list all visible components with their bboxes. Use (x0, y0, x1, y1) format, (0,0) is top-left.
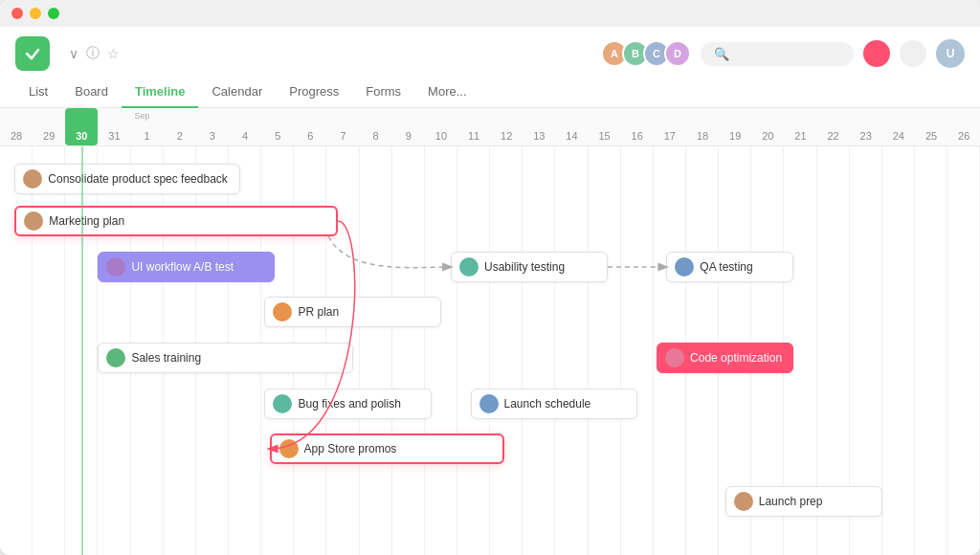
task-avatar (24, 211, 43, 231)
chevron-icon[interactable]: ∨ (69, 46, 78, 61)
search-bar[interactable]: 🔍 (701, 42, 854, 66)
date-number: 28 (11, 130, 22, 142)
date-number: 25 (925, 130, 937, 142)
date-col-28: 28 (0, 108, 33, 145)
tab-forms[interactable]: Forms (352, 77, 414, 108)
avatar-4: D (664, 40, 691, 67)
date-number: 19 (729, 130, 741, 142)
date-number: 5 (275, 130, 280, 142)
task-avatar (106, 348, 125, 367)
task-bar-sales-training[interactable]: Sales training (98, 343, 352, 373)
tab-list[interactable]: List (15, 77, 61, 108)
date-number: 12 (501, 130, 512, 142)
collaborators-avatars: A B C D (601, 40, 691, 67)
task-label: QA testing (700, 260, 752, 274)
task-label: Launch schedule (504, 397, 591, 411)
date-number: 24 (893, 130, 904, 142)
date-number: 22 (827, 130, 838, 142)
info-icon[interactable]: ⓘ (86, 45, 100, 62)
date-number: 13 (533, 130, 545, 142)
date-number: 8 (373, 130, 379, 142)
date-col-25: 25 (915, 108, 947, 145)
task-bar-launch-prep[interactable]: Launch prep (725, 486, 882, 517)
task-bar-bug-fixes[interactable]: Bug fixes and polish (264, 388, 431, 419)
date-col-19: 19 (719, 108, 751, 145)
date-col-2: 2 (164, 108, 196, 145)
search-icon: 🔍 (714, 47, 729, 61)
tab-calendar[interactable]: Calendar (198, 77, 276, 108)
task-bar-marketing-plan[interactable]: Marketing plan (14, 206, 338, 236)
help-button[interactable] (900, 40, 926, 67)
task-bar-app-store-promos[interactable]: App Store promos (270, 433, 505, 464)
date-number: 15 (598, 130, 610, 142)
date-number: 1 (145, 130, 150, 142)
tab-timeline[interactable]: Timeline (122, 77, 199, 108)
date-number: 4 (242, 130, 248, 142)
date-col-10: 10 (425, 108, 457, 145)
date-col-20: 20 (751, 108, 784, 145)
task-label: Launch prep (759, 495, 823, 508)
task-bar-code-optimization[interactable]: Code optimization (657, 343, 793, 373)
date-col-9: 9 (392, 108, 425, 145)
task-avatar (734, 492, 753, 511)
task-bar-ui-workflow[interactable]: UI workflow A/B test (98, 252, 274, 282)
date-number: 26 (958, 130, 969, 142)
date-col-12: 12 (490, 108, 523, 145)
date-col-6: 6 (294, 108, 326, 145)
date-col-13: 13 (523, 108, 555, 145)
task-avatar (106, 257, 125, 277)
timeline-area: 28293031Sep12345678910111213141516171819… (0, 108, 980, 555)
task-avatar (665, 348, 684, 367)
task-bar-launch-schedule[interactable]: Launch schedule (471, 388, 637, 419)
task-label: PR plan (298, 305, 339, 319)
task-label: App Store promos (304, 442, 397, 455)
task-label: UI workflow A/B test (131, 260, 234, 274)
app-icon (15, 36, 50, 71)
maximize-dot[interactable] (48, 8, 59, 19)
tab-board[interactable]: Board (61, 77, 122, 108)
date-number: 10 (435, 130, 447, 142)
date-number: 6 (307, 130, 313, 142)
task-avatar (273, 302, 292, 322)
minimize-dot[interactable] (30, 8, 41, 19)
task-avatar (675, 257, 694, 277)
date-number: 23 (860, 130, 872, 142)
task-bar-pr-plan[interactable]: PR plan (264, 297, 440, 327)
app-window: ∨ ⓘ ☆ A B C D 🔍 U List Board (0, 0, 980, 555)
date-col-21: 21 (784, 108, 816, 145)
task-label: Usability testing (484, 260, 565, 274)
task-avatar (479, 394, 499, 413)
tab-progress[interactable]: Progress (276, 77, 352, 108)
task-label: Code optimization (690, 351, 782, 365)
date-number: 11 (468, 130, 479, 142)
date-col-4: 4 (229, 108, 261, 145)
date-col-23: 23 (850, 108, 882, 145)
date-col-3: 3 (196, 108, 229, 145)
task-bar-qa-testing[interactable]: QA testing (666, 252, 793, 282)
date-number: 17 (664, 130, 676, 142)
task-label: Marketing plan (49, 214, 124, 228)
date-col-31: 31 (98, 108, 130, 145)
date-col-24: 24 (882, 108, 915, 145)
task-bar-usability[interactable]: Usability testing (451, 252, 608, 282)
task-avatar (459, 257, 479, 277)
date-number: 29 (43, 130, 55, 142)
tasks-layer: Consolidate product spec feedbackMarketi… (0, 146, 980, 555)
date-col-22: 22 (817, 108, 850, 145)
date-number: 3 (210, 130, 215, 142)
add-button[interactable] (863, 40, 890, 67)
task-avatar (279, 439, 299, 458)
star-icon[interactable]: ☆ (107, 46, 120, 61)
date-number: 18 (697, 130, 708, 142)
task-bar-consolidate[interactable]: Consolidate product spec feedback (14, 164, 240, 194)
date-col-15: 15 (589, 108, 621, 145)
date-col-18: 18 (686, 108, 719, 145)
tab-more[interactable]: More... (414, 77, 479, 108)
task-label: Consolidate product spec feedback (48, 172, 227, 186)
date-col-5: 5 (261, 108, 294, 145)
user-avatar[interactable]: U (936, 39, 965, 68)
month-label: Sep (135, 111, 150, 121)
close-dot[interactable] (11, 8, 23, 19)
today-line (81, 146, 83, 555)
date-ruler: 28293031Sep12345678910111213141516171819… (0, 108, 980, 146)
